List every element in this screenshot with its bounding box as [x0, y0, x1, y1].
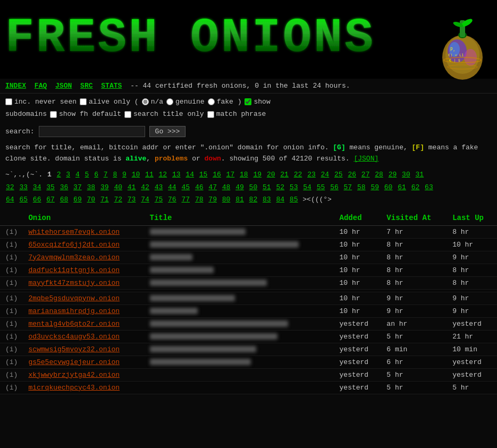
pg-13[interactable]: 13 — [172, 171, 181, 179]
pg-37[interactable]: 37 — [73, 183, 82, 191]
pg-51[interactable]: 51 — [263, 183, 271, 191]
fake-label[interactable]: fake ) — [217, 96, 242, 108]
info-link[interactable]: (i) — [5, 320, 18, 328]
pg-19[interactable]: 19 — [253, 171, 262, 179]
info-link[interactable]: (i) — [5, 371, 18, 379]
onion-link[interactable]: scwmwsig5mvoyz32.onion — [28, 345, 120, 353]
inc-never-seen-label[interactable]: inc. never seen — [14, 96, 77, 108]
pg-20[interactable]: 20 — [267, 171, 275, 179]
show-fh-checkbox[interactable] — [50, 111, 57, 118]
search-title-label[interactable]: search title only — [133, 108, 204, 120]
onion-link[interactable]: 2mqbe5gsduvqpynw.onion — [28, 294, 120, 302]
alive-only-label[interactable]: alive only ( — [89, 96, 139, 108]
pg-75[interactable]: 75 — [155, 196, 163, 204]
onion-link[interactable]: micrqkuechpcyc43.onion — [28, 384, 120, 392]
pg-12[interactable]: 12 — [159, 171, 167, 179]
pg-34[interactable]: 34 — [33, 183, 41, 191]
pg-38[interactable]: 38 — [87, 183, 96, 191]
pg-27[interactable]: 27 — [361, 171, 370, 179]
pg-68[interactable]: 68 — [60, 196, 69, 204]
pg-28[interactable]: 28 — [375, 171, 383, 179]
pg-16[interactable]: 16 — [213, 171, 221, 179]
match-phrase-checkbox[interactable] — [207, 111, 214, 118]
pg-44[interactable]: 44 — [168, 183, 176, 191]
pg-25[interactable]: 25 — [334, 171, 343, 179]
pg-7[interactable]: 7 — [104, 171, 108, 179]
pg-79[interactable]: 79 — [208, 196, 217, 204]
pg-33[interactable]: 33 — [19, 183, 28, 191]
pg-21[interactable]: 21 — [280, 171, 289, 179]
info-link[interactable]: (i) — [5, 253, 18, 261]
json-link[interactable]: [JSON] — [353, 155, 378, 163]
onion-link[interactable]: whitehorsem7evqk.onion — [28, 228, 120, 236]
show-label[interactable]: show — [254, 96, 270, 108]
onion-link[interactable]: gs5e5ecvwgiejeur.onion — [28, 358, 120, 366]
pg-72[interactable]: 72 — [114, 196, 122, 204]
search-title-checkbox[interactable] — [124, 111, 131, 118]
nav-stats[interactable]: STATS — [101, 82, 122, 90]
radio-fake[interactable] — [208, 98, 215, 105]
pg-54[interactable]: 54 — [303, 183, 311, 191]
pg-29[interactable]: 29 — [389, 171, 397, 179]
pg-40[interactable]: 40 — [114, 183, 122, 191]
info-link[interactable]: (i) — [5, 345, 18, 353]
info-link[interactable]: (i) — [5, 228, 18, 236]
radio-genuine[interactable] — [166, 98, 173, 105]
pg-24[interactable]: 24 — [321, 171, 330, 179]
pg-17[interactable]: 17 — [226, 171, 235, 179]
pg-9[interactable]: 9 — [122, 171, 127, 179]
nav-faq[interactable]: FAQ — [35, 82, 47, 90]
pg-46[interactable]: 46 — [195, 183, 204, 191]
pg-70[interactable]: 70 — [87, 196, 96, 204]
search-button[interactable]: Go >>> — [149, 126, 186, 137]
pg-60[interactable]: 60 — [384, 183, 393, 191]
pg-23[interactable]: 23 — [307, 171, 316, 179]
pg-30[interactable]: 30 — [402, 171, 410, 179]
onion-link[interactable]: marianasmihrpdjg.onion — [28, 307, 120, 315]
pg-67[interactable]: 67 — [46, 196, 55, 204]
pg-77[interactable]: 77 — [181, 196, 190, 204]
pg-14[interactable]: 14 — [186, 171, 194, 179]
info-link[interactable]: (i) — [5, 241, 18, 249]
pg-45[interactable]: 45 — [181, 183, 190, 191]
pg-53[interactable]: 53 — [290, 183, 298, 191]
pg-6[interactable]: 6 — [94, 171, 98, 179]
pg-65[interactable]: 65 — [19, 196, 28, 204]
pg-85[interactable]: 85 — [290, 196, 298, 204]
onion-link[interactable]: 7y2avmqwlnm3zeao.onion — [28, 253, 120, 261]
pg-8[interactable]: 8 — [113, 171, 117, 179]
pg-11[interactable]: 11 — [145, 171, 154, 179]
pg-18[interactable]: 18 — [240, 171, 248, 179]
pg-22[interactable]: 22 — [294, 171, 302, 179]
info-link[interactable]: (i) — [5, 384, 18, 392]
pg-76[interactable]: 76 — [168, 196, 176, 204]
pg-83[interactable]: 83 — [263, 196, 271, 204]
pg-52[interactable]: 52 — [276, 183, 284, 191]
pg-50[interactable]: 50 — [249, 183, 258, 191]
pg-69[interactable]: 69 — [73, 196, 82, 204]
pg-10[interactable]: 10 — [132, 171, 140, 179]
pg-41[interactable]: 41 — [128, 183, 136, 191]
inc-never-seen-checkbox[interactable] — [5, 98, 12, 105]
pg-42[interactable]: 42 — [141, 183, 149, 191]
pg-49[interactable]: 49 — [235, 183, 244, 191]
pg-84[interactable]: 84 — [276, 196, 284, 204]
onion-link[interactable]: dadfuck11qttgnjk.onion — [28, 266, 120, 274]
pg-62[interactable]: 62 — [411, 183, 420, 191]
pg-59[interactable]: 59 — [370, 183, 379, 191]
pg-26[interactable]: 26 — [348, 171, 356, 179]
pg-81[interactable]: 81 — [235, 196, 244, 204]
pg-80[interactable]: 80 — [222, 196, 231, 204]
pg-61[interactable]: 61 — [398, 183, 406, 191]
pg-78[interactable]: 78 — [195, 196, 204, 204]
onion-link[interactable]: mayyfkt47zmstujy.onion — [28, 279, 120, 287]
nav-src[interactable]: SRC — [80, 82, 92, 90]
info-link[interactable]: (i) — [5, 294, 18, 302]
pg-15[interactable]: 15 — [199, 171, 208, 179]
info-link[interactable]: (i) — [5, 266, 18, 274]
pg-64[interactable]: 64 — [6, 196, 14, 204]
pg-48[interactable]: 48 — [222, 183, 231, 191]
pg-56[interactable]: 56 — [330, 183, 339, 191]
subdomains-label[interactable]: subdomains — [5, 108, 47, 120]
onion-link[interactable]: od3uvcksc4augv53.onion — [28, 333, 120, 341]
